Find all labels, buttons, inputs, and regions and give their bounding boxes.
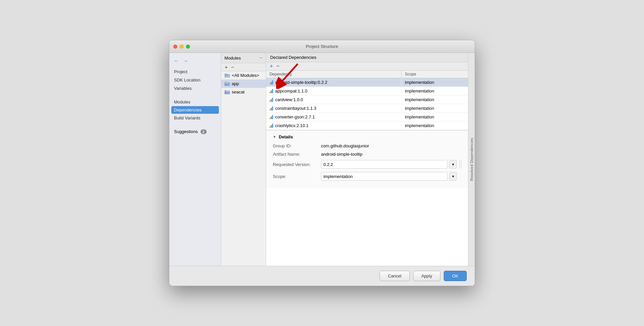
dependency-name: constraintlayout:1.1.3	[275, 106, 316, 111]
scope-col: implementation	[402, 78, 468, 86]
module-label: <All Modules>	[232, 73, 259, 78]
version-select[interactable]: 0.2.2	[321, 160, 447, 169]
dependency-row-0[interactable]: android-simple-tooltip:0.2.2 implementat…	[266, 78, 468, 87]
ok-button[interactable]: OK	[444, 271, 467, 281]
forward-button[interactable]: →	[182, 58, 189, 64]
bar-chart-icon	[269, 124, 273, 128]
sidebar-item-label: Build Variants	[174, 115, 200, 120]
bar-chart-icon	[269, 106, 273, 110]
traffic-lights	[173, 45, 190, 49]
scope-select[interactable]: implementation	[321, 172, 447, 181]
cancel-button[interactable]: Cancel	[380, 271, 409, 281]
bar-chart-icon	[269, 115, 273, 119]
scope-row: Scope: implementation ▼	[273, 172, 461, 181]
dependency-row-4[interactable]: converter-gson:2.7.1 implementation	[266, 113, 468, 121]
bar-chart-icon	[269, 98, 273, 102]
svg-rect-4	[227, 75, 228, 76]
modules-panel: Modules − + − <All Modules>	[221, 53, 266, 266]
details-section: ▼ Details Group ID: com.github.douglasju…	[266, 130, 468, 188]
svg-rect-3	[225, 75, 227, 76]
scope-col: implementation	[402, 104, 468, 112]
svg-rect-8	[225, 83, 226, 85]
sidebar-spacer-2	[169, 122, 221, 127]
window-title: Project Structure	[306, 44, 338, 49]
footer: Cancel Apply OK	[169, 266, 475, 286]
dependency-row-3[interactable]: constraintlayout:1.1.3 implementation	[266, 104, 468, 113]
col-dependency-header: Dependency	[266, 71, 402, 78]
dependency-name: cardview:1.0.0	[275, 97, 303, 102]
suggestions-badge: 2	[201, 129, 207, 134]
group-id-value: com.github.douglasjunior	[321, 143, 369, 148]
main-content: ← → Project SDK Location Variables Modul…	[169, 53, 475, 266]
dependency-row-5[interactable]: crashlytics:2.10.1 implementation	[266, 121, 468, 130]
suggestions-label: Suggestions	[174, 129, 198, 134]
module-item-all-modules[interactable]: <All Modules>	[221, 71, 266, 80]
resolved-dependencies-tab[interactable]: Resolved Dependencies	[468, 53, 475, 266]
divider-handle[interactable]	[459, 160, 461, 169]
dependencies-table-header: Dependency Scope	[266, 71, 468, 78]
sidebar: ← → Project SDK Location Variables Modul…	[169, 53, 221, 266]
module-label: app	[232, 81, 239, 86]
scope-label: Scope:	[273, 174, 321, 179]
group-id-row: Group ID: com.github.douglasjunior	[273, 143, 461, 148]
dependency-name: converter-gson:2.7.1	[275, 114, 315, 119]
sidebar-item-suggestions[interactable]: Suggestions 2	[169, 127, 221, 136]
dependency-name: android-simple-tooltip:0.2.2	[275, 80, 327, 85]
module-icon	[225, 90, 230, 94]
module-item-app[interactable]: app	[221, 80, 266, 88]
version-input-row: 0.2.2 ▼	[321, 160, 461, 169]
minimize-button[interactable]	[180, 45, 184, 49]
requested-version-row: Requested Version: 0.2.2 ▼	[273, 160, 461, 169]
sidebar-item-label: SDK Location	[174, 78, 201, 82]
modules-panel-title: Modules	[225, 56, 241, 61]
close-button[interactable]	[173, 45, 177, 49]
sidebar-item-modules[interactable]: Modules	[169, 98, 221, 106]
group-id-label: Group ID:	[273, 143, 321, 148]
artifact-name-value: android-simple-tooltip	[321, 152, 362, 157]
add-dependency-button[interactable]: +	[269, 64, 274, 69]
add-module-button[interactable]: +	[224, 65, 229, 70]
dependencies-panel: Declared Dependencies + − Dependency Sco…	[266, 53, 468, 266]
resolved-dependencies-label: Resolved Dependencies	[470, 138, 474, 181]
module-item-seacat[interactable]: seacat	[221, 88, 266, 96]
maximize-button[interactable]	[186, 45, 190, 49]
titlebar: Project Structure	[169, 40, 475, 53]
sidebar-item-sdk-location[interactable]: SDK Location	[169, 76, 221, 84]
dependencies-panel-header: Declared Dependencies	[266, 53, 468, 62]
dependency-col: crashlytics:2.10.1	[266, 121, 402, 130]
sidebar-item-project[interactable]: Project	[169, 68, 221, 76]
dependency-col: converter-gson:2.7.1	[266, 113, 402, 121]
svg-rect-10	[228, 83, 229, 85]
sidebar-item-build-variants[interactable]: Build Variants	[169, 114, 221, 122]
remove-module-button[interactable]: −	[230, 65, 235, 70]
dependency-row-1[interactable]: appcompat:1.1.0 implementation	[266, 87, 468, 95]
scope-col: implementation	[402, 121, 468, 130]
svg-rect-9	[227, 84, 228, 85]
dependencies-toolbar: + −	[266, 62, 468, 71]
svg-rect-14	[225, 91, 226, 93]
modules-panel-header: Modules −	[221, 53, 266, 63]
module-label: seacat	[232, 89, 244, 94]
bar-chart-icon	[269, 89, 273, 93]
dependency-col: constraintlayout:1.1.3	[266, 104, 402, 112]
bar-chart-icon	[269, 81, 273, 84]
sidebar-item-label: Project	[174, 69, 187, 74]
artifact-name-row: Artifact Name: android-simple-tooltip	[273, 152, 461, 157]
folder-icon	[225, 73, 230, 78]
back-button[interactable]: ←	[173, 58, 180, 64]
requested-version-label: Requested Version:	[273, 162, 321, 167]
sidebar-item-label: Modules	[174, 99, 190, 104]
modules-toolbar: + −	[221, 63, 266, 71]
details-toggle-icon[interactable]: ▼	[273, 135, 276, 139]
minus-icon: −	[259, 55, 262, 61]
version-dropdown-arrow[interactable]: ▼	[449, 160, 457, 169]
scope-dropdown-arrow[interactable]: ▼	[449, 172, 457, 181]
remove-dependency-button[interactable]: −	[275, 64, 280, 69]
apply-button[interactable]: Apply	[413, 271, 441, 281]
col-scope-header: Scope	[402, 71, 468, 78]
sidebar-item-variables[interactable]: Variables	[169, 84, 221, 92]
sidebar-item-dependencies[interactable]: Dependencies	[171, 106, 219, 114]
scope-input-row: implementation ▼	[321, 172, 457, 181]
artifact-name-label: Artifact Name:	[273, 152, 321, 157]
dependency-row-2[interactable]: cardview:1.0.0 implementation	[266, 95, 468, 104]
